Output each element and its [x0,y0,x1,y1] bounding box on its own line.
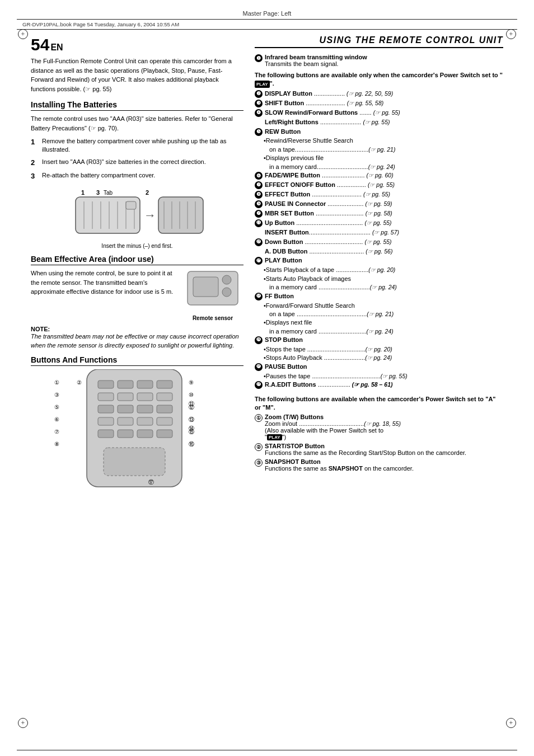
remote-sensor-label: Remote sensor [193,315,233,321]
play-sub-2-cont: in a memory card .......................… [255,283,503,292]
rew-sub-1: •Rewind/Reverse Shuttle Search [255,137,503,145]
ff-button-name: FF Button [265,292,294,301]
svg-text:→: → [144,208,156,222]
svg-text:2: 2 [146,189,149,196]
svg-text:⑨: ⑨ [189,379,194,386]
page-en: EN [50,43,63,53]
ff-sub-2-cont: in a memory card .......................… [255,327,503,336]
reg-mark-tl [18,29,28,39]
svg-text:⑮: ⑮ [189,429,194,435]
note-box: NOTE: The transmitted beam may not be ef… [31,326,243,350]
insert-entry: INSERT Button...........................… [255,228,503,237]
svg-rect-44 [157,430,172,438]
infra-content: Infrared beam transmitting window Transm… [265,54,367,67]
zoom-sub-2: (Also available with the Power Switch se… [265,427,401,434]
svg-rect-28 [157,381,172,388]
svg-rect-40 [157,417,172,425]
book-info: GR-DVP10PAL.book Page 54 Tuesday, Januar… [0,20,534,29]
svg-rect-41 [98,430,114,438]
pausein-entry: ❾ PAUSE IN Connector ...................… [255,200,503,209]
btn-num-9: ❾ [255,200,263,208]
btn-num-4: ❹ [255,109,263,117]
btn-num-5: ❺ [255,128,263,136]
rew-sub-2-cont: in a memory card........................… [255,163,503,171]
snapshot-name: SNAPSHOT Button [265,458,414,465]
zoom-entry: ① Zoom (T/W) Buttons Zoom in/out .......… [255,414,503,441]
leftright-text: Left/Right Buttons .....................… [265,118,390,127]
svg-text:⑬: ⑬ [189,416,194,422]
stop-button-entry: ⓯ STOP Button [255,336,503,345]
btn-num-15: ⓯ [255,336,263,344]
svg-text:3: 3 [96,189,100,196]
svg-rect-34 [118,405,133,413]
up-text: Up Button ..............................… [265,219,392,228]
play-button-entry: ⓭ PLAY Button [255,256,503,265]
beam-section: Beam Effective Area (indoor use) When us… [31,255,243,350]
cam-section-header: The following buttons are available when… [255,395,503,412]
fadewipe-text: FADE/WIPE Button .......................… [265,171,394,180]
installing-batteries-heading: Installing The Batteries [31,100,243,111]
svg-rect-27 [137,381,153,388]
startstop-entry: ② START/STOP Button Functions the same a… [255,443,503,456]
btn-num-7: ❼ [255,181,263,189]
svg-rect-30 [118,393,133,401]
infra-desc: Transmits the beam signal. [265,60,367,67]
zoom-sub-1: Zoom in/out ............................… [265,420,401,427]
svg-rect-21 [193,277,218,297]
insert-spacer [255,228,263,237]
beam-image-col: Remote sensor [182,269,243,321]
reg-mark-tr [506,29,516,39]
cam-btn-num-2: ② [255,443,263,451]
svg-rect-11 [126,201,136,209]
svg-rect-31 [137,393,153,401]
svg-text:⑧: ⑧ [54,441,59,447]
leftright-button-entry: Left/Right Buttons .....................… [255,118,503,127]
display-button-text: DISPLAY Button .................. (☞ pg.… [265,90,393,98]
btn-num-11: ⓫ [255,219,263,227]
btn-num-8: ❽ [255,191,263,199]
step-2-text: Insert two "AAA (R03)" size batteries in… [42,158,206,168]
svg-rect-39 [137,417,153,425]
svg-text:⑯: ⑯ [189,441,194,447]
step-3-text: Re-attach the battery compartment cover. [42,171,155,181]
svg-text:⑫: ⑫ [189,404,194,410]
effect-entry: ❽ EFFECT Button ........................… [255,190,503,199]
page-number-display: 54 EN [31,35,243,54]
play-sub-2: •Starts Auto Playback of images [255,275,503,283]
right-column: USING THE REMOTE CONTROL UNIT ❶ Infrared… [255,35,503,500]
startstop-name: START/STOP Button [265,443,466,449]
remote-diagram: ① ② ③ ⑤ ⑥ ⑦ ⑧ ⑨ ⑩ ⑪ ⑫ ⑬ ⑭ ⑮ [31,369,243,498]
beam-text: When using the remote control, be sure t… [31,269,176,321]
svg-text:①: ① [54,379,59,386]
pausein-text: PAUSE IN Connector .....................… [265,200,392,209]
rew-button-name: REW Button [265,128,301,137]
svg-rect-38 [118,417,133,425]
step-1-num: 1 [31,137,39,154]
footer-rule [17,750,517,750]
step-2-num: 2 [31,158,39,168]
btn-num-2: ❷ [255,90,263,98]
svg-text:②: ② [77,379,82,386]
play-section-header: The following buttons are available only… [255,71,503,88]
slow-button-text: SLOW Rewind/Forward Buttons ....... (☞ p… [265,109,400,118]
zoom-sub-2b: "PLAY") [265,434,401,441]
zoom-content: Zoom (T/W) Buttons Zoom in/out .........… [265,414,401,441]
ff-sub-2: •Displays next file [255,318,503,327]
svg-rect-37 [98,417,114,425]
beam-content: When using the remote control, be sure t… [31,269,243,321]
down-entry: ⓬ Down Button ..........................… [255,238,503,247]
shift-button-entry: ❸ SHIFT Button ....................... (… [255,99,503,108]
svg-point-23 [222,288,231,297]
down-text: Down Button ............................… [265,238,392,247]
slow-button-entry: ❹ SLOW Rewind/Forward Buttons ....... (☞… [255,109,503,118]
ff-sub-1: •Forward/Forward Shuttle Search [255,302,503,310]
startstop-desc: Functions the same as the Recording Star… [265,449,466,456]
ff-button-entry: ⓮ FF Button [255,292,503,301]
raedit-entry: ⓱ R.A.EDIT Buttons ................... (… [255,381,503,389]
up-entry: ⓫ Up Button ............................… [255,219,503,228]
svg-rect-42 [118,430,133,438]
rew-sub-2: •Displays previous file [255,154,503,162]
btn-num-spacer [255,118,263,127]
reg-mark-bl [18,718,28,728]
svg-rect-33 [98,405,114,413]
